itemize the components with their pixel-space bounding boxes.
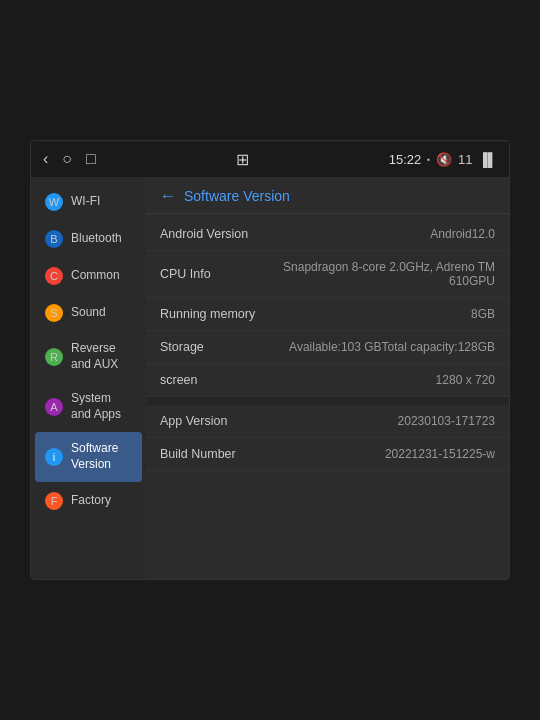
- nav-controls: ‹ ○ □: [43, 150, 96, 168]
- info-row: Android VersionAndroid12.0: [146, 218, 509, 251]
- info-row: Running memory8GB: [146, 298, 509, 331]
- factory-icon: F: [45, 492, 63, 510]
- bluetooth-icon: B: [45, 230, 63, 248]
- info-label: Android Version: [160, 227, 270, 241]
- info-label: App Version: [160, 414, 270, 428]
- center-controls: ⊞: [236, 150, 249, 169]
- info-label: Build Number: [160, 447, 270, 461]
- wifi-icon: W: [45, 193, 63, 211]
- sidebar-item-software[interactable]: iSoftware Version: [35, 432, 142, 481]
- section-divider: [146, 397, 509, 405]
- info-row: screen1280 x 720: [146, 364, 509, 397]
- status-bar: ‹ ○ □ ⊞ 15:22 ▪ 🔇 11 ▐▌: [31, 141, 509, 177]
- common-icon: C: [45, 267, 63, 285]
- sidebar-item-factory[interactable]: FFactory: [35, 483, 142, 519]
- info-value: 20221231-151225-w: [270, 447, 495, 461]
- system-icon: A: [45, 398, 63, 416]
- recents-nav-icon[interactable]: □: [86, 150, 96, 168]
- main-content: WWI-FIBBluetoothCCommonSSoundRReverse an…: [31, 177, 509, 579]
- sidebar-label-system: System and Apps: [71, 391, 132, 422]
- info-row: App Version20230103-171723: [146, 405, 509, 438]
- sidebar-label-reverse: Reverse and AUX: [71, 341, 132, 372]
- sidebar-item-wifi[interactable]: WWI-FI: [35, 184, 142, 220]
- home-nav-icon[interactable]: ○: [62, 150, 72, 168]
- info-value: 1280 x 720: [270, 373, 495, 387]
- sidebar-item-system[interactable]: ASystem and Apps: [35, 382, 142, 431]
- info-label: screen: [160, 373, 270, 387]
- sound-icon: S: [45, 304, 63, 322]
- device-frame: ‹ ○ □ ⊞ 15:22 ▪ 🔇 11 ▐▌ WWI-FIBBluetooth…: [30, 140, 510, 580]
- battery-icon: ▐▌: [479, 152, 497, 167]
- sidebar-label-common: Common: [71, 268, 120, 284]
- reverse-icon: R: [45, 348, 63, 366]
- back-nav-icon[interactable]: ‹: [43, 150, 48, 168]
- content-title: Software Version: [184, 188, 290, 204]
- info-row: StorageAvailable:103 GBTotal capacity:12…: [146, 331, 509, 364]
- info-label: Running memory: [160, 307, 270, 321]
- info-label: Storage: [160, 340, 270, 354]
- content-back-button[interactable]: ←: [160, 187, 176, 205]
- info-row: Build Number20221231-151225-w: [146, 438, 509, 471]
- info-value: 8GB: [270, 307, 495, 321]
- sidebar-label-wifi: WI-FI: [71, 194, 100, 210]
- content-panel: ← Software Version Android VersionAndroi…: [146, 177, 509, 579]
- sidebar-label-sound: Sound: [71, 305, 106, 321]
- info-label: CPU Info: [160, 267, 270, 281]
- content-header: ← Software Version: [146, 177, 509, 214]
- sidebar-label-bluetooth: Bluetooth: [71, 231, 122, 247]
- info-value: Android12.0: [270, 227, 495, 241]
- multitask-icon[interactable]: ⊞: [236, 150, 249, 169]
- info-value: Available:103 GBTotal capacity:128GB: [270, 340, 495, 354]
- status-indicators: 15:22 ▪ 🔇 11 ▐▌: [389, 152, 497, 167]
- sidebar-label-software: Software Version: [71, 441, 132, 472]
- volume-icon: 🔇: [436, 152, 452, 167]
- info-value: 20230103-171723: [270, 414, 495, 428]
- clock: 15:22: [389, 152, 422, 167]
- sidebar-label-factory: Factory: [71, 493, 111, 509]
- sidebar: WWI-FIBBluetoothCCommonSSoundRReverse an…: [31, 177, 146, 579]
- signal-dot: ▪: [427, 155, 430, 164]
- info-table: Android VersionAndroid12.0CPU InfoSnapdr…: [146, 214, 509, 579]
- sidebar-item-reverse[interactable]: RReverse and AUX: [35, 332, 142, 381]
- software-icon: i: [45, 448, 63, 466]
- info-row: CPU InfoSnapdragon 8-core 2.0GHz, Adreno…: [146, 251, 509, 298]
- sidebar-item-common[interactable]: CCommon: [35, 258, 142, 294]
- info-value: Snapdragon 8-core 2.0GHz, Adreno TM 610G…: [270, 260, 495, 288]
- sidebar-item-sound[interactable]: SSound: [35, 295, 142, 331]
- volume-level: 11: [458, 152, 472, 167]
- sidebar-item-bluetooth[interactable]: BBluetooth: [35, 221, 142, 257]
